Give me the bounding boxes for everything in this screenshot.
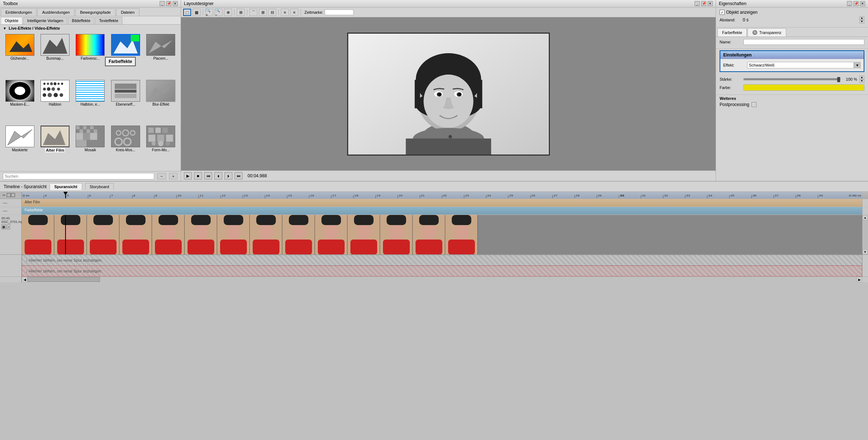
effect-alterfilm[interactable]: Alter Film bbox=[38, 125, 72, 170]
filmstrip-scroll-up[interactable]: ▲ bbox=[863, 215, 868, 220]
svg-rect-59 bbox=[148, 128, 154, 133]
effect-formmo[interactable]: Form-Mo... bbox=[144, 125, 178, 170]
objekt-anzeigen-section: ✓ Objekt anzeigen Abstand: 0 s ▲ ▼ bbox=[716, 8, 868, 28]
einstellungen-title: Einstellungen bbox=[723, 52, 752, 58]
abstand-spinbox: ▲ ▼ bbox=[859, 16, 864, 24]
zoom-fit-btn[interactable]: ⊕ bbox=[224, 9, 232, 16]
effect-farbverschl[interactable]: Farbversc... bbox=[73, 33, 107, 78]
curve-btn[interactable]: ⌒ bbox=[249, 9, 257, 16]
staerke-up[interactable]: ▲ bbox=[859, 76, 864, 79]
zoom-plus-btn[interactable]: + bbox=[169, 173, 178, 179]
tab-bewegungspfade[interactable]: Bewegungspfade bbox=[75, 8, 115, 16]
svg-rect-43 bbox=[94, 130, 97, 133]
track-minus-farbeffekte[interactable]: — bbox=[1, 207, 9, 215]
subtab-bildeffekte[interactable]: Bildeffekte bbox=[68, 17, 94, 24]
drop-zone-red-content[interactable]: ↓ Hierher ziehen, um neue Spur anzulegen… bbox=[22, 266, 862, 276]
svg-point-83 bbox=[438, 93, 441, 96]
fast-forward-btn[interactable]: ⏭ bbox=[235, 172, 243, 179]
properties-title: Eigenschaften bbox=[719, 1, 746, 6]
abstand-up[interactable]: ▲ bbox=[859, 16, 864, 20]
subtab-texteffekte[interactable]: Texteffekte bbox=[95, 17, 122, 24]
prev-frame-btn[interactable]: ⏴ bbox=[214, 172, 222, 179]
svg-rect-175 bbox=[93, 215, 113, 225]
select-tool-btn[interactable]: ⬚ bbox=[183, 9, 191, 16]
svg-rect-32 bbox=[76, 126, 80, 130]
abstand-down[interactable]: ▼ bbox=[859, 20, 864, 24]
effect-farbeffekte[interactable]: Farbeffekte Farbeffekte bbox=[109, 33, 142, 78]
track-minus-alter-film[interactable]: — bbox=[1, 199, 9, 207]
toolbox-minimize-btn[interactable]: _ bbox=[160, 1, 165, 6]
scroll-left-btn[interactable]: ◀ bbox=[22, 277, 28, 282]
layoutdesigner-pin-btn[interactable]: 📌 bbox=[701, 1, 706, 6]
zeitmarke-input[interactable] bbox=[325, 9, 354, 15]
svg-point-22 bbox=[60, 93, 63, 97]
effect-kreismosaik[interactable]: Kreis-Mos... bbox=[109, 125, 142, 170]
next-frame-btn[interactable]: ⏵ bbox=[224, 172, 232, 179]
objekt-anzeigen-checkbox[interactable]: ✓ bbox=[720, 10, 725, 15]
staerke-down[interactable]: ▼ bbox=[859, 79, 864, 83]
timeline-tab-storyboard[interactable]: Storyboard bbox=[85, 183, 114, 190]
align2-btn[interactable]: ≡ bbox=[290, 9, 298, 16]
subtab-objekte[interactable]: Objekte bbox=[1, 17, 22, 24]
stop-btn[interactable]: ■ bbox=[194, 172, 202, 179]
subtab-intelligente-vorlagen[interactable]: Intelligente Vorlagen bbox=[23, 17, 67, 24]
layoutdesigner-close-btn[interactable]: ✕ bbox=[708, 1, 713, 6]
tab-dateien[interactable]: Dateien bbox=[116, 8, 139, 16]
rewind-btn[interactable]: ⏮ bbox=[204, 172, 212, 179]
prop-tab-transparenz[interactable]: 🔘 Transparenz bbox=[747, 28, 786, 37]
grid-btn[interactable]: ⊞ bbox=[237, 9, 245, 16]
staerke-track[interactable] bbox=[743, 78, 840, 80]
effect-label-farbeffekte: Farbeffekte bbox=[117, 56, 135, 60]
effekt-select[interactable]: Schwarz/Weiß Sepia Negativ bbox=[747, 62, 861, 68]
effect-halbton[interactable]: Halbton bbox=[38, 79, 72, 124]
prop-tab-farbeffekte[interactable]: Farbeffekte bbox=[717, 28, 747, 37]
name-input[interactable] bbox=[743, 39, 864, 45]
properties-minimize-btn[interactable]: _ bbox=[847, 1, 852, 6]
effect-gluehende[interactable]: Glühende... bbox=[3, 33, 37, 78]
search-input[interactable] bbox=[3, 173, 154, 179]
postprocessing-checkbox[interactable] bbox=[751, 102, 757, 107]
zoom-in-btn[interactable]: 🔍+ bbox=[205, 9, 213, 16]
tab-ausblendungen[interactable]: Ausblendungen bbox=[37, 8, 74, 16]
effect-ebeneneff[interactable]: Ebeneneff... bbox=[109, 79, 142, 124]
effect-masken[interactable]: Masken-E... bbox=[3, 79, 37, 124]
category-arrow-icon[interactable]: ▼ bbox=[3, 26, 7, 30]
effect-blur[interactable]: Blur-Effekt bbox=[144, 79, 178, 124]
effect-thumb-masken bbox=[5, 80, 34, 102]
properties-pin-btn[interactable]: 📌 bbox=[854, 1, 859, 6]
add-btn[interactable]: ⊞ bbox=[259, 9, 267, 16]
select2-tool-btn[interactable]: ▦ bbox=[193, 9, 201, 16]
scroll-right-btn[interactable]: ▶ bbox=[856, 277, 862, 282]
effect-placement[interactable]: Placem... bbox=[144, 33, 178, 78]
timeline-tab-spuransicht[interactable]: Spuransicht bbox=[50, 183, 82, 190]
farbe-swatch[interactable] bbox=[743, 84, 864, 91]
svg-point-194 bbox=[259, 224, 273, 241]
track-bar-farbeffekte[interactable]: Farbeffekte bbox=[22, 207, 862, 215]
filmstrip-scroll-down[interactable]: ▼ bbox=[863, 249, 868, 254]
effect-halbton2[interactable]: Halbton, e... bbox=[73, 79, 107, 124]
effect-mosaik[interactable]: Mosaik bbox=[73, 125, 107, 170]
svg-point-19 bbox=[43, 93, 46, 97]
objekt-anzeigen-checkbox-wrapper[interactable]: ✓ Objekt anzeigen bbox=[720, 10, 758, 15]
toolbox-close-btn[interactable]: ✕ bbox=[173, 1, 178, 6]
zoom-out-btn[interactable]: 🔍− bbox=[215, 9, 223, 16]
tab-einblendungen[interactable]: Einblendungen bbox=[1, 8, 37, 16]
play-btn[interactable]: ▶ bbox=[184, 172, 192, 179]
svg-rect-203 bbox=[321, 215, 341, 225]
zoom-minus-btn[interactable]: − bbox=[157, 173, 166, 179]
del-btn[interactable]: ⊟ bbox=[268, 9, 276, 16]
scroll-thumb-h[interactable] bbox=[28, 277, 100, 282]
effect-maskierte[interactable]: Maskierte bbox=[3, 125, 37, 170]
svg-rect-36 bbox=[90, 126, 94, 130]
track-bar-alter-film[interactable]: Alter Film bbox=[22, 199, 862, 207]
effekt-dropdown-arrow[interactable]: ▼ bbox=[854, 62, 861, 68]
prop-tabs: Farbeffekte 🔘 Transparenz bbox=[716, 28, 868, 37]
effect-bumpmap[interactable]: Bummap... bbox=[38, 33, 72, 78]
drop-zone-gray-content[interactable]: ↓ Hierher ziehen, um neue Spur anzulegen… bbox=[22, 255, 862, 266]
layoutdesigner-minimize-btn[interactable]: _ bbox=[695, 1, 700, 6]
staerke-thumb[interactable] bbox=[837, 77, 840, 82]
effect-thumb-halbton bbox=[41, 80, 69, 102]
toolbox-pin-btn[interactable]: 📌 bbox=[166, 1, 171, 6]
properties-close-btn[interactable]: ✕ bbox=[860, 1, 865, 6]
align-btn[interactable]: ≡ bbox=[281, 9, 289, 16]
